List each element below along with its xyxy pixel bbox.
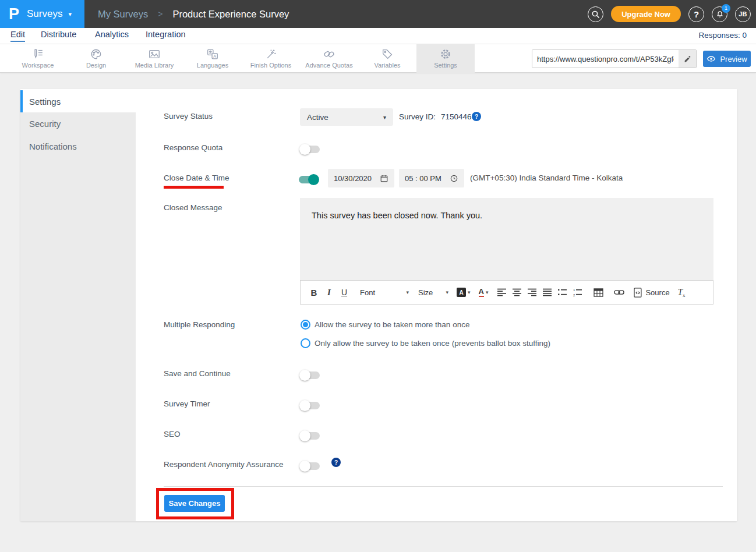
toolbar-item-settings[interactable]: Settings (416, 44, 475, 73)
design-palette-icon (90, 48, 103, 61)
settings-card: Settings Security Notifications Survey S… (20, 89, 737, 521)
breadcrumb: My Surveys > Product Experience Survey (98, 0, 289, 28)
edit-url-button[interactable] (679, 50, 696, 68)
svg-text:1: 1 (573, 288, 575, 292)
tab-analytics[interactable]: Analytics (95, 30, 129, 41)
bullet-list-button[interactable] (554, 285, 570, 300)
toolbar-item-design[interactable]: Design (67, 44, 125, 73)
bullet-list-icon (557, 288, 567, 296)
tab-distribute[interactable]: Distribute (41, 30, 76, 41)
close-date-picker[interactable]: 10/30/2020 (328, 169, 394, 187)
survey-url-field (532, 49, 697, 68)
toolbar-item-languages[interactable]: A Languages (183, 44, 242, 73)
font-family-dropdown[interactable]: Font ▾ (360, 288, 409, 297)
save-continue-toggle[interactable] (300, 370, 320, 381)
insert-link-button[interactable] (612, 285, 627, 300)
underline-button[interactable]: U (337, 285, 352, 300)
media-library-icon (148, 48, 161, 61)
survey-timer-label: Survey Timer (164, 398, 210, 410)
survey-status-select[interactable]: Active ▾ (300, 108, 393, 126)
svg-text:2: 2 (573, 293, 575, 297)
toolbar-item-finish-options[interactable]: Finish Options (242, 44, 300, 73)
closed-message-textarea[interactable]: This survey has been closed now. Thank y… (300, 198, 713, 280)
text-color-icon: A (479, 288, 484, 297)
close-time-picker[interactable]: 05 : 00 PM (399, 169, 464, 187)
survey-url-input[interactable] (532, 50, 679, 68)
clock-icon (450, 174, 458, 183)
insert-table-button[interactable] (591, 285, 606, 300)
sidebar-background (20, 112, 136, 521)
anonymity-label: Respondent Anonymity Assurance (164, 459, 284, 470)
pencil-icon (684, 55, 691, 63)
closed-message-editor: This survey has been closed now. Thank y… (300, 198, 713, 305)
text-color-button[interactable]: A ▾ (479, 288, 489, 297)
responses-count: Responses: 0 (698, 31, 747, 40)
font-size-dropdown[interactable]: Size ▾ (418, 288, 448, 297)
align-justify-button[interactable] (539, 285, 554, 300)
toolbar-item-media-library[interactable]: Media Library (125, 44, 183, 73)
survey-timer-toggle[interactable] (300, 400, 320, 411)
align-center-button[interactable] (509, 285, 524, 300)
bg-color-icon: A (457, 288, 466, 297)
remove-format-button[interactable]: Tx (678, 287, 686, 298)
footer-divider (164, 486, 723, 487)
gear-icon (439, 48, 452, 61)
chevron-down-icon: ▾ (446, 289, 448, 295)
toolbar-item-advance-quotas[interactable]: Advance Quotas (300, 44, 358, 73)
edit-toolbar: Workspace Design Media Library A Languag… (0, 44, 756, 73)
align-right-button[interactable] (524, 285, 539, 300)
chevron-down-icon: ▾ (468, 289, 471, 295)
notification-badge: 1 (722, 4, 730, 13)
help-button[interactable]: ? (688, 6, 704, 22)
seo-label: SEO (164, 429, 181, 440)
response-quota-label: Response Quota (164, 142, 222, 154)
user-avatar[interactable]: JB (735, 6, 751, 22)
section-tabs: Edit Distribute Analytics Integration Re… (0, 28, 756, 44)
chain-links-icon (323, 48, 335, 61)
chevron-down-icon: ▾ (68, 10, 72, 18)
page-title: Product Experience Survey (172, 9, 289, 20)
close-date-time-toggle[interactable] (299, 174, 319, 185)
questionpro-settings-page: P Surveys ▾ My Surveys > Product Experie… (0, 0, 756, 552)
bold-button[interactable]: B (306, 285, 322, 300)
question-mark-icon: ? (694, 9, 699, 19)
search-button[interactable] (588, 6, 603, 22)
languages-icon: A (206, 48, 219, 61)
anonymity-toggle[interactable] (300, 461, 320, 472)
tab-integration[interactable]: Integration (146, 30, 186, 41)
chevron-down-icon: ▾ (486, 289, 489, 295)
seo-toggle[interactable] (300, 430, 320, 441)
preview-button[interactable]: Preview (703, 51, 751, 67)
upgrade-now-button[interactable]: Upgrade Now (611, 6, 681, 22)
italic-button[interactable]: I (322, 285, 337, 300)
survey-id-group: Survey ID: 7150446 (399, 111, 472, 122)
breadcrumb-my-surveys[interactable]: My Surveys (98, 9, 148, 20)
response-quota-toggle[interactable] (300, 144, 320, 155)
product-switcher[interactable]: P Surveys ▾ (0, 0, 84, 28)
survey-id-value: 7150446 (441, 112, 472, 121)
anonymity-help-icon[interactable]: ? (331, 458, 341, 467)
close-time-value: 05 : 00 PM (405, 174, 441, 183)
radio-only-once[interactable] (301, 338, 310, 348)
align-left-button[interactable] (494, 285, 509, 300)
background-color-button[interactable]: A ▾ (457, 288, 471, 297)
questionpro-logo: P (9, 6, 19, 22)
tab-edit[interactable]: Edit (10, 30, 25, 42)
notifications-button[interactable]: 1 (712, 6, 727, 22)
header-actions: Upgrade Now ? 1 JB (588, 0, 751, 28)
survey-status-value: Active (307, 113, 328, 122)
radio-only-once-label: Only allow the survey to be taken once (… (315, 338, 550, 349)
survey-id-label: Survey ID: (399, 112, 436, 121)
toolbar-item-variables[interactable]: Variables (358, 44, 416, 73)
toolbar-item-workspace[interactable]: Workspace (9, 44, 67, 73)
annotation-red-box (156, 488, 234, 519)
sidebar-item-settings[interactable]: Settings (20, 90, 136, 112)
numbered-list-button[interactable]: 12 (570, 285, 585, 300)
radio-allow-multiple[interactable] (301, 320, 310, 330)
align-justify-icon (542, 288, 552, 296)
survey-status-help-icon[interactable]: ? (472, 112, 481, 121)
sidebar-item-notifications[interactable]: Notifications (20, 135, 136, 158)
sidebar-item-security[interactable]: Security (20, 112, 136, 135)
source-button[interactable]: Source (634, 288, 669, 298)
annotation-red-underline (164, 186, 224, 189)
